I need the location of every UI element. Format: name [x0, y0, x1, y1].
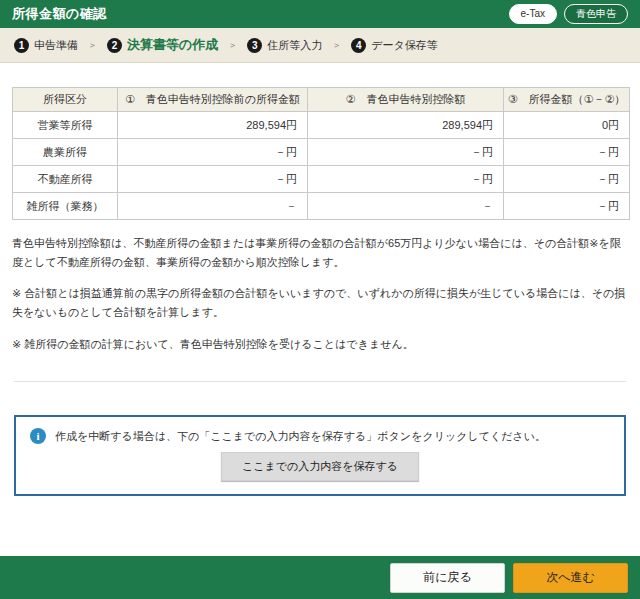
- col-header-before-deduction: ① 青色申告特別控除前の所得金額: [118, 88, 308, 112]
- page-title: 所得金額の確認: [12, 5, 107, 23]
- business-before-deduction-value: 289,594円: [118, 112, 308, 139]
- page: 所得金額の確認 e-Tax 青色申告 1 申告準備 ＞ 2 決算書等の作成 ＞ …: [0, 0, 640, 599]
- step-3-number-icon: 3: [247, 38, 262, 53]
- step-4-data-hozon: 4 データ保存等: [351, 38, 438, 53]
- step-2-label: 決算書等の作成: [127, 36, 218, 54]
- table-row: 雑所得（業務） － － －円: [13, 193, 630, 220]
- header-badges: e-Tax 青色申告: [509, 4, 628, 24]
- deduction-explanation-text: 青色申告特別控除額は、不動産所得の金額または事業所得の金額の合計額が65万円より…: [12, 234, 628, 271]
- row-label-real-estate-income: 不動産所得: [13, 166, 118, 193]
- misc-income-value: －円: [504, 193, 630, 220]
- misc-deduction-value-disabled: －: [308, 193, 504, 220]
- chevron-right-icon: ＞: [88, 39, 97, 52]
- total-amount-note-text: ※ 合計額とは損益通算前の黒字の所得金額の合計額をいいますので、いずれかの所得に…: [12, 284, 628, 321]
- col-header-deduction: ② 青色申告特別控除額: [308, 88, 504, 112]
- info-icon: i: [30, 428, 46, 444]
- header-bar: 所得金額の確認 e-Tax 青色申告: [0, 0, 640, 28]
- real-estate-before-deduction-value: －円: [118, 166, 308, 193]
- chevron-right-icon: ＞: [332, 39, 341, 52]
- business-deduction-value: 289,594円: [308, 112, 504, 139]
- step-2-number-icon: 2: [107, 38, 122, 53]
- row-label-misc-income: 雑所得（業務）: [13, 193, 118, 220]
- save-button-row: ここまでの入力内容を保存する: [30, 452, 610, 481]
- step-1-label: 申告準備: [34, 38, 78, 53]
- next-button[interactable]: 次へ進む: [513, 563, 628, 593]
- table-row: 営業等所得 289,594円 289,594円 0円: [13, 112, 630, 139]
- etax-badge: e-Tax: [509, 4, 557, 24]
- step-3-jusho-nyuryoku: 3 住所等入力: [247, 38, 322, 53]
- table-header-row: 所得区分 ① 青色申告特別控除前の所得金額 ② 青色申告特別控除額 ③ 所得金額…: [13, 88, 630, 112]
- step-4-number-icon: 4: [351, 38, 366, 53]
- info-message-row: i 作成を中断する場合は、下の「ここまでの入力内容を保存する」ボタンをクリックし…: [30, 428, 610, 444]
- real-estate-deduction-value: －円: [308, 166, 504, 193]
- step-4-label: データ保存等: [371, 38, 438, 53]
- row-label-agriculture-income: 農業所得: [13, 139, 118, 166]
- real-estate-income-value: －円: [504, 166, 630, 193]
- table-row: 不動産所得 －円 －円 －円: [13, 166, 630, 193]
- step-nav: 1 申告準備 ＞ 2 決算書等の作成 ＞ 3 住所等入力 ＞ 4 データ保存等: [0, 28, 640, 63]
- chevron-right-icon: ＞: [228, 39, 237, 52]
- misc-income-note-text: ※ 雑所得の金額の計算において、青色申告特別控除を受けることはできません。: [12, 335, 628, 354]
- step-2-kessansho-sakusei: 2 決算書等の作成: [107, 36, 218, 54]
- col-header-income-category: 所得区分: [13, 88, 118, 112]
- agriculture-income-value: －円: [504, 139, 630, 166]
- agriculture-deduction-value: －円: [308, 139, 504, 166]
- content-area: 所得区分 ① 青色申告特別控除前の所得金額 ② 青色申告特別控除額 ③ 所得金額…: [0, 63, 640, 556]
- step-3-label: 住所等入力: [267, 38, 322, 53]
- save-instruction-text: 作成を中断する場合は、下の「ここまでの入力内容を保存する」ボタンをクリックしてく…: [55, 429, 546, 444]
- income-confirmation-table: 所得区分 ① 青色申告特別控除前の所得金額 ② 青色申告特別控除額 ③ 所得金額…: [12, 87, 630, 220]
- save-info-box: i 作成を中断する場合は、下の「ここまでの入力内容を保存する」ボタンをクリックし…: [14, 415, 626, 496]
- footer-bar: 前に戻る 次へ進む: [0, 556, 640, 599]
- back-button[interactable]: 前に戻る: [390, 563, 505, 593]
- section-divider: [14, 381, 626, 382]
- step-1-shinkoku-junbi: 1 申告準備: [14, 38, 78, 53]
- misc-before-deduction-value-disabled: －: [118, 193, 308, 220]
- save-progress-button[interactable]: ここまでの入力内容を保存する: [221, 452, 419, 481]
- row-label-business-income: 営業等所得: [13, 112, 118, 139]
- business-income-value: 0円: [504, 112, 630, 139]
- aoiro-shinkoku-badge: 青色申告: [564, 4, 628, 24]
- step-1-number-icon: 1: [14, 38, 29, 53]
- table-row: 農業所得 －円 －円 －円: [13, 139, 630, 166]
- col-header-income-amount: ③ 所得金額（①－②）: [504, 88, 630, 112]
- agriculture-before-deduction-value: －円: [118, 139, 308, 166]
